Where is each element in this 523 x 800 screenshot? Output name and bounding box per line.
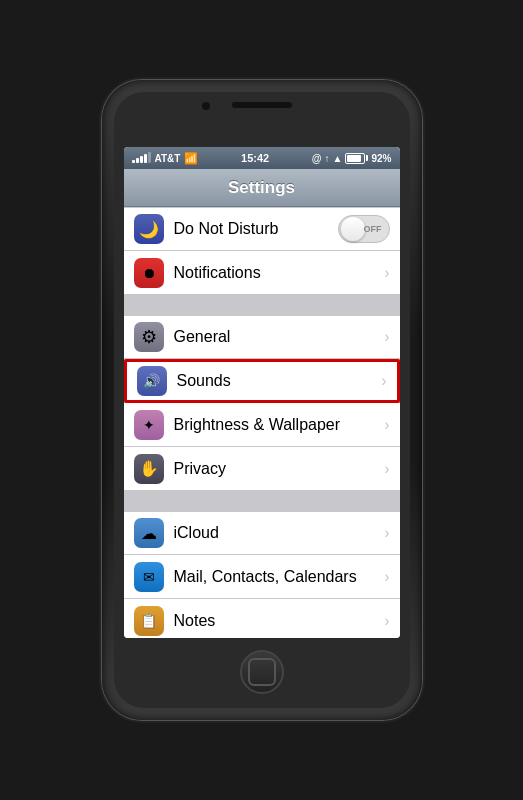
- notes-chevron-icon: ›: [384, 612, 389, 630]
- nav-bar: Settings: [124, 169, 400, 207]
- settings-row-notes[interactable]: 📋 Notes ›: [124, 599, 400, 638]
- battery-tip: [366, 155, 368, 161]
- mail-icon: ✉: [134, 562, 164, 592]
- signal-icon: [132, 153, 151, 163]
- privacy-chevron-icon: ›: [384, 460, 389, 478]
- status-left: AT&T 📶: [132, 152, 199, 165]
- home-button[interactable]: [240, 650, 284, 694]
- sounds-label: Sounds: [177, 372, 378, 390]
- do-not-disturb-label: Do Not Disturb: [174, 220, 338, 238]
- settings-row-notifications[interactable]: ⏺ Notifications ›: [124, 251, 400, 295]
- signal-bar-1: [132, 160, 135, 163]
- toggle-knob: [341, 217, 365, 241]
- settings-row-general[interactable]: ⚙ General ›: [124, 315, 400, 359]
- phone-body: AT&T 📶 15:42 @ ↑ ▲ 92%: [114, 92, 410, 708]
- status-time: 15:42: [241, 152, 269, 164]
- carrier-label: AT&T: [155, 153, 181, 164]
- toggle-switch[interactable]: [338, 215, 390, 243]
- general-label: General: [174, 328, 381, 346]
- settings-row-icloud[interactable]: ☁ iCloud ›: [124, 511, 400, 555]
- notifications-icon: ⏺: [134, 258, 164, 288]
- battery-body: [345, 153, 365, 164]
- settings-group-2: ⚙ General › 🔊 Sounds › ✦ Brightness & Wa…: [124, 315, 400, 491]
- notes-icon: 📋: [134, 606, 164, 636]
- phone-frame: AT&T 📶 15:42 @ ↑ ▲ 92%: [102, 80, 422, 720]
- home-button-square-icon: [248, 658, 276, 686]
- wifi-icon: 📶: [184, 152, 198, 165]
- notifications-label: Notifications: [174, 264, 381, 282]
- gps-icon: ↑: [325, 153, 330, 164]
- do-not-disturb-toggle[interactable]: [338, 215, 390, 243]
- battery-icon: [345, 153, 368, 164]
- settings-group-1: 🌙 Do Not Disturb ⏺ Notifications ›: [124, 207, 400, 295]
- signal-bar-4: [144, 154, 147, 163]
- signal-bar-5: [148, 152, 151, 163]
- mail-chevron-icon: ›: [384, 568, 389, 586]
- settings-row-sounds[interactable]: 🔊 Sounds ›: [124, 359, 400, 403]
- page-title: Settings: [228, 178, 295, 198]
- do-not-disturb-icon: 🌙: [134, 214, 164, 244]
- icloud-label: iCloud: [174, 524, 381, 542]
- privacy-label: Privacy: [174, 460, 381, 478]
- brightness-label: Brightness & Wallpaper: [174, 416, 381, 434]
- signal-bar-2: [136, 158, 139, 163]
- location-icon: @: [312, 153, 322, 164]
- settings-row-privacy[interactable]: ✋ Privacy ›: [124, 447, 400, 491]
- settings-row-mail[interactable]: ✉ Mail, Contacts, Calendars ›: [124, 555, 400, 599]
- settings-row-do-not-disturb[interactable]: 🌙 Do Not Disturb: [124, 207, 400, 251]
- sounds-chevron-icon: ›: [381, 372, 386, 390]
- status-bar: AT&T 📶 15:42 @ ↑ ▲ 92%: [124, 147, 400, 169]
- battery-fill: [347, 155, 361, 162]
- privacy-icon: ✋: [134, 454, 164, 484]
- general-icon: ⚙: [134, 322, 164, 352]
- status-right: @ ↑ ▲ 92%: [312, 153, 392, 164]
- upload-icon: ▲: [333, 153, 343, 164]
- general-chevron-icon: ›: [384, 328, 389, 346]
- mail-label: Mail, Contacts, Calendars: [174, 568, 381, 586]
- brightness-chevron-icon: ›: [384, 416, 389, 434]
- signal-bar-3: [140, 156, 143, 163]
- icloud-icon: ☁: [134, 518, 164, 548]
- settings-list[interactable]: 🌙 Do Not Disturb ⏺ Notifications ›: [124, 207, 400, 638]
- earpiece-speaker: [232, 102, 292, 108]
- notifications-chevron-icon: ›: [384, 264, 389, 282]
- settings-row-brightness[interactable]: ✦ Brightness & Wallpaper ›: [124, 403, 400, 447]
- battery-percent: 92%: [371, 153, 391, 164]
- settings-group-3: ☁ iCloud › ✉ Mail, Contacts, Calendars ›…: [124, 511, 400, 638]
- screen: AT&T 📶 15:42 @ ↑ ▲ 92%: [124, 147, 400, 638]
- front-camera: [202, 102, 210, 110]
- icloud-chevron-icon: ›: [384, 524, 389, 542]
- brightness-icon: ✦: [134, 410, 164, 440]
- notes-label: Notes: [174, 612, 381, 630]
- sounds-icon: 🔊: [137, 366, 167, 396]
